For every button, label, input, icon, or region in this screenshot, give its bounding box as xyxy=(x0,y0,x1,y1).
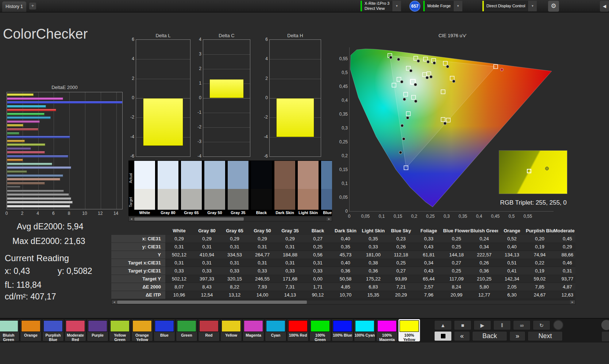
table-cell: 0,52 xyxy=(498,235,526,243)
eject-button[interactable]: ▲ xyxy=(434,320,452,330)
delta-value-bar xyxy=(143,98,183,146)
patch-button-purple[interactable]: Purple xyxy=(87,319,108,341)
table-cell: 0,19 xyxy=(526,267,554,275)
patch-button-100-yellow[interactable]: 100% Yellow xyxy=(398,319,420,341)
scroll-left-icon[interactable]: ◄ xyxy=(112,300,117,304)
play-button[interactable]: ▶ xyxy=(474,320,491,330)
meter-selector[interactable]: X-Rite i1Pro 3 Direct View ▼ xyxy=(361,1,401,11)
gridline xyxy=(69,92,70,209)
patch-button-magenta[interactable]: Magenta xyxy=(243,319,264,341)
table-cell: 144,18 xyxy=(443,251,470,259)
table-cell: 0,31 xyxy=(554,267,575,275)
column-header: Dark Skin xyxy=(332,227,359,235)
patch-button-green[interactable]: Green xyxy=(176,319,197,341)
chevron-down-icon[interactable]: ▼ xyxy=(528,1,537,11)
max-de2000: Max dE2000: 21,63 xyxy=(12,236,85,246)
swatch-name: Gray 65 xyxy=(181,210,202,216)
deltae-x-axis: 02468101214 xyxy=(7,211,123,217)
patch-button-moderate-red[interactable]: Moderate Red xyxy=(65,319,86,341)
patch-button-100-cyan[interactable]: 100% Cyan xyxy=(354,319,375,341)
table-cell: 0,00 xyxy=(304,275,332,283)
table-cell: 8,07 xyxy=(165,283,193,291)
row-label: Target Y xyxy=(111,275,165,283)
current-reading-heading: Current Reading xyxy=(5,253,69,263)
axis-tick-label: 4 xyxy=(193,37,201,42)
table-cell: 14,13 xyxy=(276,291,304,299)
table-scrollbar[interactable]: ◄ ► xyxy=(111,300,575,305)
skip-forward-button[interactable]: » xyxy=(509,331,525,341)
cie-measured-point xyxy=(446,65,449,68)
axis-tick-label: 0,1 xyxy=(334,181,348,186)
patch-button-purplish-blue[interactable]: Purplish Blue xyxy=(42,319,64,341)
axis-tick-label: 10 xyxy=(80,211,89,216)
pattern-window-button[interactable] xyxy=(434,331,452,341)
axis-tick-label: 4 xyxy=(260,56,268,61)
skip-back-button[interactable]: « xyxy=(454,331,470,341)
cie-measured-point xyxy=(389,56,392,59)
axis-tick-label: -2 xyxy=(193,124,201,129)
delta-value-bar xyxy=(276,98,314,137)
patch-label: Bluish Green xyxy=(0,333,19,341)
chevron-down-icon[interactable]: ▼ xyxy=(392,1,401,11)
round-button[interactable] xyxy=(601,320,609,330)
add-tab-button[interactable]: + xyxy=(29,3,36,9)
chevron-down-icon[interactable]: ▼ xyxy=(453,1,462,11)
table-cell: 0,31 xyxy=(193,259,221,267)
table-cell: 0,34 xyxy=(415,259,443,267)
axis-tick-label: 0 xyxy=(334,209,348,214)
color-chip xyxy=(177,320,196,332)
patch-button-yellow[interactable]: Yellow xyxy=(220,319,242,341)
source-selector[interactable]: Mobile Forge ▼ xyxy=(423,1,462,11)
swatch-column: Blue Sky xyxy=(321,161,332,216)
deltae-bar xyxy=(7,197,71,200)
color-chip xyxy=(400,320,419,332)
scroll-right-icon[interactable]: ► xyxy=(327,217,332,221)
scrollbar-thumb[interactable] xyxy=(134,217,244,221)
patch-button-100-magenta[interactable]: 100% Magenta xyxy=(376,319,398,341)
table-cell: 0,25 xyxy=(443,267,470,275)
cie-measured-point xyxy=(427,61,429,63)
patch-button-orange[interactable]: Orange xyxy=(20,319,42,341)
patch-button-100-green[interactable]: 100% Green xyxy=(309,319,331,341)
history-tab[interactable]: History 1 xyxy=(2,1,26,12)
stop-button[interactable]: ■ xyxy=(454,320,471,330)
swatch-scrollbar[interactable]: ◄ ► xyxy=(128,217,332,221)
patch-button-orange-yellow[interactable]: Orange Yellow xyxy=(131,319,153,341)
axis-tick-label: 0,45 xyxy=(488,214,503,219)
scroll-left-icon[interactable]: ◄ xyxy=(129,217,134,221)
swatch-name: Black xyxy=(251,210,272,216)
cie-measured-point xyxy=(399,151,402,154)
scroll-right-icon[interactable]: ► xyxy=(570,300,575,304)
table-cell: 0,34 xyxy=(470,243,498,251)
display-control-selector[interactable]: Direct Display Control ▼ xyxy=(482,1,537,11)
back-button[interactable]: Back xyxy=(472,331,507,341)
swatch-strip: ActualTargetWhiteGray 80Gray 65Gray 50Gr… xyxy=(128,160,332,216)
patch-button-yellow-green[interactable]: Yellow Green xyxy=(109,319,131,341)
patch-button-blue[interactable]: Blue xyxy=(154,319,175,341)
scrollbar-thumb[interactable] xyxy=(117,301,307,304)
patch-button-100-red[interactable]: 100% Red xyxy=(287,319,309,341)
patch-button-cyan[interactable]: Cyan xyxy=(265,319,286,341)
axis-tick-label: 0,35 xyxy=(334,112,348,117)
next-button[interactable]: Next xyxy=(528,331,563,341)
axis-tick-label: -4 xyxy=(126,134,134,139)
color-chip xyxy=(132,320,152,332)
patch-button-bluish-green[interactable]: Bluish Green xyxy=(0,319,19,341)
refresh-button[interactable]: ↻ xyxy=(533,320,550,330)
collapse-panel-icon[interactable]: ◀ xyxy=(600,1,609,12)
gear-icon[interactable]: ⚙ xyxy=(548,1,559,12)
source-label: Mobile Forge xyxy=(425,1,453,11)
table-cell: 20,99 xyxy=(443,291,470,299)
continuous-button[interactable]: ∞ xyxy=(513,320,531,330)
patch-button-100-blue[interactable]: 100% Blue xyxy=(332,319,353,341)
top-bar: History 1 + X-Rite i1Pro 3 Direct View ▼… xyxy=(0,0,609,12)
patch-button-red[interactable]: Red xyxy=(198,319,220,341)
clipped-button[interactable] xyxy=(601,331,609,342)
pause-button[interactable]: ‖ xyxy=(493,320,511,330)
patch-label: Purple xyxy=(87,333,108,337)
round-button[interactable] xyxy=(553,320,563,330)
swatch-column: Gray 65 xyxy=(181,161,202,216)
play-icon: ▶ xyxy=(481,322,485,328)
table-cell: 410,94 xyxy=(193,251,221,259)
table-cell: 10,96 xyxy=(165,291,193,299)
